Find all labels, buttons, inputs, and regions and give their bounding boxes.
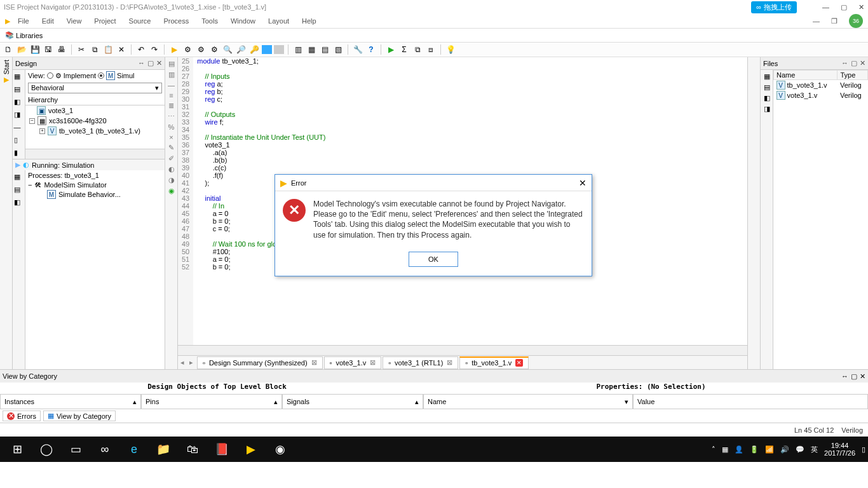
flag2-icon[interactable] [274, 45, 284, 54]
tool3-icon[interactable]: ⧈ [425, 44, 437, 55]
play-icon[interactable]: ▶ [168, 44, 180, 55]
f1-icon[interactable]: ▦ [764, 72, 770, 81]
col-pins[interactable]: Pins▴ [141, 394, 282, 409]
tab-viewcat[interactable]: ▦View by Category [43, 410, 116, 421]
app1-icon[interactable]: ∞ [90, 437, 119, 462]
col-instances[interactable]: Instances▴ [0, 394, 141, 409]
e12-icon[interactable]: ◑ [168, 176, 175, 184]
e13-icon[interactable]: ◉ [168, 187, 175, 195]
files-table[interactable]: NameType V tb_vote3_1.vVerilog V vote3_1… [773, 70, 868, 100]
menu-source[interactable]: Source [124, 16, 156, 26]
tray-icon[interactable]: ▦ [722, 445, 728, 454]
clock-time[interactable]: 19:44 [831, 442, 849, 449]
edge-icon[interactable]: e [119, 437, 149, 462]
fp-float-icon[interactable]: ▢ [851, 59, 857, 67]
dicon4-icon[interactable]: ◨ [14, 111, 24, 121]
tray-up-icon[interactable]: ˄ [712, 445, 715, 454]
minimize-icon[interactable]: — [822, 3, 829, 11]
picon1-icon[interactable]: ▦ [14, 173, 24, 183]
e3-icon[interactable]: — [168, 81, 175, 89]
pane-pin-icon[interactable]: ↔ [138, 59, 145, 67]
layout2-icon[interactable]: ▦ [306, 44, 317, 55]
impl-radio[interactable] [47, 72, 53, 79]
sim-combo[interactable]: Behavioral▾ [28, 83, 162, 93]
dicon3-icon[interactable]: ◧ [14, 98, 24, 108]
bulb-icon[interactable]: 💡 [445, 44, 456, 55]
run-icon[interactable]: ▶ [385, 44, 397, 55]
menu-process[interactable]: Process [158, 16, 194, 26]
tab-close-icon[interactable]: ⊠ [447, 358, 452, 367]
help-icon[interactable]: ? [365, 44, 377, 55]
cog3-icon[interactable]: ⚙ [208, 44, 220, 55]
copy-icon[interactable]: ⧉ [89, 44, 100, 55]
sort-icon[interactable]: ▴ [415, 398, 419, 406]
f3-icon[interactable]: ◧ [764, 94, 770, 102]
mdi-minimize-icon[interactable]: — [813, 17, 820, 25]
e8-icon[interactable]: × [169, 133, 173, 141]
dicon7-icon[interactable]: ▮ [14, 149, 24, 159]
dialog-close-icon[interactable]: ✕ [579, 178, 587, 188]
tab-close-icon[interactable]: ✕ [515, 359, 523, 367]
taskview-icon[interactable]: ▭ [61, 437, 90, 462]
layout1-icon[interactable]: ▥ [292, 44, 304, 55]
vc-pin-icon[interactable]: ↔ [841, 372, 848, 381]
save-icon[interactable]: 💾 [29, 44, 41, 55]
menu-window[interactable]: Window [226, 16, 261, 26]
menu-layout[interactable]: Layout [263, 16, 294, 26]
menu-project[interactable]: Project [89, 16, 121, 26]
editor-tab[interactable]: ▫Design Summary (Synthesized)⊠ [197, 356, 323, 369]
e10-icon[interactable]: ✐ [168, 154, 174, 163]
new-icon[interactable]: 🗋 [3, 44, 14, 55]
editor-tab[interactable]: ▫tb_vote3_1.v✕ [459, 356, 529, 369]
app2-icon[interactable]: 📕 [207, 437, 236, 462]
start-tab[interactable]: Start [3, 60, 10, 74]
sort-icon[interactable]: ▴ [274, 398, 278, 406]
close-icon[interactable]: ✕ [858, 3, 864, 11]
redo-icon[interactable]: ↷ [149, 44, 160, 55]
cut-icon[interactable]: ✂ [76, 44, 87, 55]
proc-collapse-icon[interactable]: − [28, 181, 32, 189]
run-arrow-icon[interactable]: ▶ [15, 161, 20, 169]
ise-icon[interactable]: ▶ [236, 437, 266, 462]
cog2-icon[interactable]: ⚙ [195, 44, 207, 55]
start-icon[interactable]: ⊞ [3, 437, 32, 462]
col-value[interactable]: Value [633, 394, 868, 409]
tab-errors[interactable]: ✕Errors [3, 410, 41, 421]
modelsim-label[interactable]: ModelSim Simulator [44, 181, 106, 189]
f4-icon[interactable]: ◨ [764, 105, 770, 113]
menu-tools[interactable]: Tools [196, 16, 223, 26]
sort-icon[interactable]: ▾ [625, 398, 628, 406]
battery-icon[interactable]: 🔋 [750, 445, 759, 454]
store-icon[interactable]: 🛍 [178, 437, 207, 462]
simbeh-label[interactable]: Simulate Behavior... [58, 191, 121, 198]
pane-float-icon[interactable]: ▢ [147, 59, 154, 67]
tool2-icon[interactable]: ⧉ [412, 44, 423, 55]
pane-close-icon[interactable]: ✕ [156, 59, 162, 67]
e9-icon[interactable]: ✎ [168, 144, 174, 152]
layout3-icon[interactable]: ▤ [319, 44, 330, 55]
menu-file[interactable]: File [13, 16, 34, 26]
paste-icon[interactable]: 📋 [102, 44, 114, 55]
people-icon[interactable]: 👤 [735, 445, 743, 454]
editor-tab[interactable]: ▫vote3_1 (RTL1)⊠ [383, 356, 458, 369]
e1-icon[interactable]: ▤ [168, 60, 175, 68]
editor-hscroll[interactable] [178, 345, 747, 355]
delete-icon[interactable]: ✕ [116, 44, 127, 55]
strip-play-icon[interactable]: ▶ [4, 76, 9, 84]
fp-pin-icon[interactable]: ↔ [841, 59, 848, 67]
menu-view[interactable]: View [62, 16, 87, 26]
badge-icon[interactable]: 36 [849, 14, 863, 28]
zoom-icon[interactable]: 🔍 [222, 44, 233, 55]
tab-close-icon[interactable]: ⊠ [370, 358, 376, 367]
notif-icon[interactable]: ▯ [862, 445, 865, 454]
tree-expand-icon[interactable]: + [39, 128, 45, 134]
tab-close-icon[interactable]: ⊠ [311, 358, 317, 367]
e6-icon[interactable]: ⋯ [168, 112, 175, 121]
ime-label[interactable]: 英 [811, 445, 818, 454]
vc-close-icon[interactable]: ✕ [860, 372, 865, 381]
ok-button[interactable]: OK [409, 252, 458, 267]
tree-collapse-icon[interactable]: − [29, 118, 35, 124]
picon2-icon[interactable]: ▤ [14, 186, 24, 196]
key-icon[interactable]: 🔑 [248, 44, 260, 55]
dicon6-icon[interactable]: ▯ [14, 136, 24, 146]
